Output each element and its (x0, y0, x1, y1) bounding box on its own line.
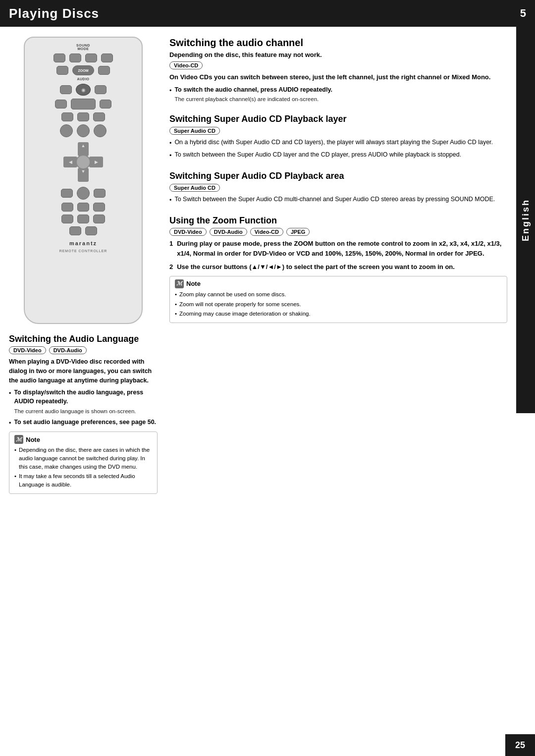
super-audio-layer-bullet-2: • To switch between the Super Audio CD l… (169, 150, 507, 160)
audio-language-bullet-2-text: To set audio language preferences, see p… (14, 419, 156, 426)
audio-language-badges: DVD-Video DVD-Audio (9, 346, 158, 354)
audio-channel-bullet-1: • To switch the audio channel, press AUD… (169, 85, 507, 104)
super-audio-area-bullet-1: • To Switch between the Super Audio CD m… (169, 195, 507, 205)
audio-button (76, 84, 91, 96)
remote-btn-3 (85, 54, 97, 62)
remote-row-round (60, 124, 107, 137)
section-audio-channel: Switching the audio channel Depending on… (169, 37, 507, 106)
remote-btn-round-1 (60, 124, 73, 137)
note-text-2: It may take a few seconds till a selecte… (19, 472, 152, 488)
remote-btn-13 (93, 112, 105, 121)
sound-mode-label: SOUNDMODE (76, 44, 90, 51)
right-column: Switching the audio channel Depending on… (169, 37, 507, 724)
remote-btn-16 (61, 203, 73, 212)
zoom-note-text-2: Zoom will not operate properly for some … (179, 300, 301, 309)
remote-btn-20 (77, 215, 89, 223)
super-audio-layer-bullet-1: • On a hybrid disc (with Super Audio CD … (169, 138, 507, 148)
dpad-left (63, 157, 77, 167)
audio-language-bullet-2: • To set audio language preferences, see… (9, 418, 158, 428)
language-label: English (521, 199, 531, 241)
remote-btn-18 (93, 203, 105, 212)
zoom-note: ℳ Note • Zoom play cannot be used on som… (169, 276, 507, 323)
left-column: SOUNDMODE AUDIO (9, 37, 158, 724)
note-item-2: • It may take a few seconds till a selec… (14, 472, 152, 488)
zoom-button (72, 65, 94, 75)
super-audio-area-badge: Super Audio CD (169, 184, 507, 192)
audio-channel-bullet-1-bold: To switch the audio channel, press AUDIO… (174, 86, 332, 93)
super-audio-layer-text-1: On a hybrid disc (with Super Audio CD an… (174, 138, 493, 148)
badge-dvd-video: DVD-Video (9, 346, 46, 354)
zoom-note-text-3: Zooming may cause image deterioration or… (179, 310, 311, 318)
zoom-note-item-1: • Zoom play cannot be used on some discs… (175, 290, 502, 299)
zoom-step-2-text: Use the cursor buttons (▲/▼/◄/►) to sele… (177, 262, 455, 272)
remote-btn-8 (95, 85, 107, 94)
audio-language-note: ℳ Note • Depending on the disc, there ar… (9, 432, 158, 493)
audio-channel-warning: Depending on the disc, this feature may … (169, 51, 507, 59)
section-super-audio-area: Switching Super Audio CD Playback area S… (169, 170, 507, 207)
remote-btn-wide (71, 99, 96, 109)
audio-label: AUDIO (77, 77, 89, 81)
page-title: Playing Discs (9, 6, 99, 21)
section-audio-language: Switching the Audio Language DVD-Video D… (9, 331, 158, 494)
language-sidebar: English (516, 27, 535, 413)
remote-btn-22 (69, 226, 81, 235)
main-content: SOUNDMODE AUDIO (0, 27, 516, 734)
remote-btn-7 (60, 85, 72, 94)
zoom-note-item-2: • Zoom will not operate properly for som… (175, 300, 502, 309)
audio-language-bullet-1-text: To display/switch the audio language, pr… (14, 389, 143, 405)
audio-language-bullet-1: • To display/switch the audio language, … (9, 388, 158, 415)
header-bar: Playing Discs 5 (0, 0, 535, 27)
remote-control-image: SOUNDMODE AUDIO (24, 37, 143, 324)
remote-btn-10 (100, 100, 111, 108)
audio-channel-title: Switching the audio channel (169, 37, 507, 49)
remote-row-4 (61, 112, 105, 121)
badge-dvd-audio: DVD-Audio (49, 346, 87, 354)
badge-super-audio-cd-2: Super Audio CD (169, 184, 220, 192)
audio-channel-intro: On Video CDs you can switch between ster… (169, 72, 507, 82)
dpad-right (89, 157, 103, 167)
badge-video-cd: Video-CD (169, 61, 203, 69)
badge-video-cd-zoom: Video-CD (250, 228, 283, 236)
remote-row-1 (54, 54, 113, 62)
note-icon: ℳ (14, 435, 23, 444)
remote-btn-15 (94, 189, 106, 198)
remote-btn-2 (69, 54, 81, 62)
section-super-audio-layer: Switching Super Audio CD Playback layer … (169, 113, 507, 162)
remote-brand: marantz (69, 240, 97, 246)
audio-channel-bullet-1-sub: The current playback channel(s) are indi… (174, 95, 332, 104)
remote-btn-1 (54, 54, 65, 62)
zoom-note-label: Note (186, 280, 201, 287)
zoom-note-text-1: Zoom play cannot be used on some discs. (179, 290, 286, 299)
remote-row-zoom (56, 65, 110, 75)
badge-super-audio-cd-1: Super Audio CD (169, 127, 220, 135)
zoom-step-1: 1 During play or pause mode, press the Z… (169, 239, 507, 258)
remote-btn-6 (98, 66, 110, 75)
note-text-1: Depending on the disc, there are cases i… (19, 446, 152, 471)
super-audio-area-title: Switching Super Audio CD Playback area (169, 170, 507, 182)
note-label: Note (26, 436, 40, 443)
remote-sub-label: REMOTE CONTROLLER (59, 249, 107, 253)
note-header: ℳ Note (14, 435, 152, 444)
super-audio-layer-text-2: To switch between the Super Audio CD lay… (174, 150, 461, 160)
remote-btn-12 (77, 112, 89, 121)
dpad-center (76, 155, 91, 169)
remote-btn-round-4 (77, 187, 90, 200)
remote-row-3 (55, 99, 111, 109)
super-audio-layer-badge: Super Audio CD (169, 127, 507, 135)
remote-btn-round-3 (94, 124, 107, 137)
zoom-step-1-text: During play or pause mode, press the ZOO… (177, 239, 507, 258)
zoom-note-icon: ℳ (175, 279, 184, 288)
audio-language-title: Switching the Audio Language (9, 334, 158, 344)
page-number-bottom: 25 (505, 734, 535, 756)
zoom-step-2: 2 Use the cursor buttons (▲/▼/◄/►) to se… (169, 262, 507, 272)
remote-row-7 (61, 215, 105, 223)
badge-jpeg-zoom: JPEG (286, 228, 310, 236)
dpad-up (78, 142, 89, 156)
zoom-title: Using the Zoom Function (169, 215, 507, 226)
remote-btn-19 (61, 215, 73, 223)
remote-btn-17 (77, 203, 89, 212)
remote-btn-14 (61, 189, 73, 198)
remote-btn-5 (56, 66, 68, 75)
header-page-number: 5 (520, 7, 526, 20)
zoom-badges: DVD-Video DVD-Audio Video-CD JPEG (169, 228, 507, 236)
